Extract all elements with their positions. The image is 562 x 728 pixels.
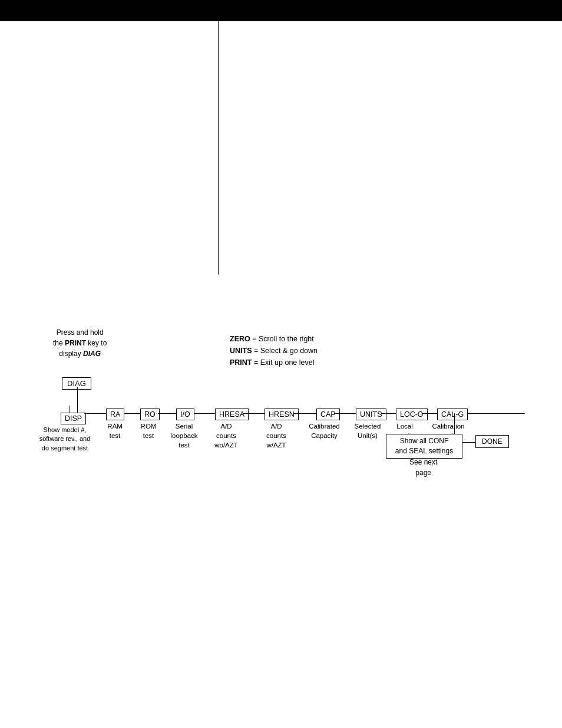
ra-box: RA — [106, 409, 124, 420]
ro-text: RO — [144, 410, 156, 419]
done-box: DONE — [475, 435, 509, 448]
legend-units-key: UNITS — [230, 347, 252, 355]
ra-label: RAMtest — [103, 421, 127, 440]
hresn-box: HRESN — [265, 409, 299, 420]
hresn-label: A/Dcountsw/AZT — [259, 421, 294, 450]
done-text: DONE — [482, 437, 503, 446]
disp-text: DISP — [65, 414, 82, 423]
locg-text: LOC-G — [400, 410, 424, 419]
vertical-divider — [218, 21, 219, 275]
io-label: Serialloopbacktest — [168, 421, 200, 450]
units-text: UNITS — [360, 410, 382, 419]
cap-units-line — [334, 413, 358, 414]
diag-box: DIAG — [62, 377, 91, 390]
conf-done-line — [462, 442, 475, 443]
ra-text: RA — [110, 410, 120, 419]
ro-box: RO — [140, 409, 160, 420]
hresa-label: A/Dcountswo/AZT — [209, 421, 244, 450]
hresn-cap-line — [294, 413, 318, 414]
legend-units-desc: = Select & go down — [252, 347, 318, 355]
show-conf-box: Show all CONFand SEAL settings — [386, 434, 462, 459]
diag-text: DIAG — [67, 379, 86, 388]
hresa-hresn-line — [243, 413, 266, 414]
legend-area: ZERO = Scroll to the right UNITS = Selec… — [230, 333, 318, 368]
hresa-text: HRESA — [219, 410, 244, 419]
legend-print-desc: = Exit up one level — [252, 358, 315, 367]
disp-ra-line — [84, 413, 106, 414]
units-label: SelectedUnit(s) — [350, 421, 385, 440]
units-box: UNITS — [356, 409, 386, 420]
disp-box: DISP — [61, 413, 86, 424]
print-label: PRINT — [65, 339, 86, 347]
legend-units: UNITS = Select & go down — [230, 345, 318, 357]
legend-print: PRINT = Exit up one level — [230, 357, 318, 368]
see-next-page: See nextpage — [409, 457, 437, 478]
press-hold-line1: Press and hold — [57, 328, 104, 337]
page-header — [0, 0, 562, 21]
calg-box: CAL-G — [437, 409, 468, 420]
io-text: I/O — [180, 410, 190, 419]
units-locg-line — [381, 413, 398, 414]
calg-text: CAL-G — [441, 410, 464, 419]
ro-io-line — [158, 413, 177, 414]
locg-box: LOC-G — [396, 409, 428, 420]
press-hold-line4: display DIAG — [59, 350, 101, 358]
press-hold-instructions: Press and hold the PRINT key to display … — [53, 327, 107, 359]
ra-ro-line — [124, 413, 141, 414]
legend-zero: ZERO = Scroll to the right — [230, 333, 318, 345]
hresa-box: HRESA — [215, 409, 249, 420]
hresn-text: HRESN — [269, 410, 295, 419]
press-hold-line2: the PRINT key to — [53, 339, 107, 347]
io-hresa-line — [194, 413, 217, 414]
cap-text: CAP — [320, 410, 336, 419]
io-box: I/O — [176, 409, 194, 420]
legend-zero-key: ZERO — [230, 335, 250, 343]
legend-print-key: PRINT — [230, 358, 252, 367]
cap-box: CAP — [316, 409, 340, 420]
diag-label-italic: DIAG — [83, 350, 101, 358]
disp-label: Show model #,software rev., anddo segmen… — [35, 426, 94, 453]
locg-calg-line — [422, 413, 438, 414]
cap-label: CalibratedCapacity — [305, 421, 343, 440]
diag-down-connector — [77, 387, 78, 414]
ro-label: ROMtest — [137, 421, 160, 440]
legend-zero-desc: = Scroll to the right — [250, 335, 314, 343]
